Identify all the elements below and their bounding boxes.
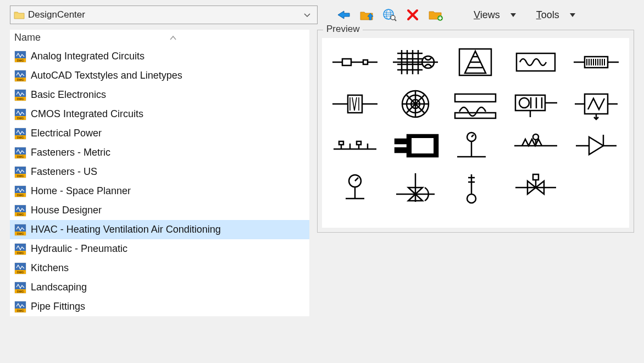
file-list-panel: Name Analog Integrated CircuitsAutoCAD T… — [10, 30, 309, 316]
preview-panel: Preview — [317, 30, 634, 233]
list-item[interactable]: House Designer — [10, 201, 309, 220]
views-menu-arrow[interactable] — [508, 7, 519, 23]
triangle-down-icon — [570, 13, 575, 17]
dwg-file-icon — [14, 205, 26, 217]
list-item[interactable]: Electrical Power — [10, 124, 309, 143]
list-item-label: Home - Space Planner — [31, 184, 131, 199]
list-item[interactable]: Fasteners - US — [10, 162, 309, 182]
list-item-label: CMOS Integrated Circuits — [31, 107, 143, 122]
svg-line-86 — [471, 135, 474, 137]
folder-icon — [14, 10, 25, 19]
hvac-cooling-tower-thumbnail[interactable] — [447, 42, 504, 82]
svg-line-51 — [354, 97, 357, 111]
dwg-file-icon — [14, 70, 26, 82]
svg-point-106 — [467, 194, 476, 203]
svg-rect-84 — [395, 148, 407, 152]
dwg-file-icon — [14, 108, 26, 120]
hvac-coupling-thumbnail[interactable] — [326, 42, 384, 82]
svg-rect-83 — [395, 139, 407, 144]
hvac-gauge-valve-thumbnail[interactable] — [447, 126, 504, 166]
list-item[interactable]: Pipe Fittings — [10, 297, 309, 316]
hvac-chiller-unit-thumbnail[interactable] — [507, 84, 564, 124]
list-item[interactable]: Landscaping — [10, 278, 309, 297]
list-item[interactable]: Hydraulic - Pneumatic — [10, 239, 309, 258]
globe-search-icon — [382, 8, 397, 21]
hvac-filter-section-thumbnail[interactable] — [326, 84, 384, 124]
toolbar: DesignCenter — [10, 6, 634, 24]
svg-rect-80 — [357, 141, 361, 145]
folder-up-button[interactable] — [357, 7, 376, 23]
svg-rect-79 — [339, 141, 343, 145]
svg-rect-82 — [412, 138, 434, 153]
list-item-label: Fasteners - Metric — [31, 145, 110, 160]
delete-button[interactable] — [403, 7, 422, 23]
svg-rect-15 — [342, 59, 351, 65]
svg-marker-94 — [589, 137, 603, 155]
svg-point-7 — [391, 15, 395, 20]
list-item[interactable]: HVAC - Heating Ventilation Air Condition… — [10, 220, 309, 239]
hvac-mixing-valve-thumbnail[interactable] — [387, 168, 444, 207]
list-item-label: Pipe Fittings — [31, 299, 85, 314]
globe-search-button[interactable] — [380, 7, 399, 23]
hvac-ahu-section-thumbnail[interactable] — [568, 84, 625, 124]
list-item-label: Analog Integrated Circuits — [31, 49, 145, 64]
list-item[interactable]: Home - Space Planner — [10, 182, 309, 201]
dwg-file-icon — [14, 51, 26, 63]
dwg-file-icon — [14, 185, 26, 197]
file-list: Analog Integrated CircuitsAutoCAD Textst… — [10, 47, 309, 316]
hvac-pressure-gauge-thumbnail[interactable] — [326, 168, 384, 207]
list-item[interactable]: Analog Integrated Circuits — [10, 47, 309, 66]
hvac-grid-fan-thumbnail[interactable] — [387, 42, 444, 82]
back-button[interactable] — [334, 7, 353, 23]
tools-menu-arrow[interactable] — [567, 7, 578, 23]
chevron-down-icon — [301, 10, 314, 19]
folder-up-icon — [359, 9, 374, 21]
hvac-sensor-probe-thumbnail[interactable] — [447, 168, 504, 207]
list-item-label: Basic Electronics — [31, 87, 106, 102]
hvac-butterfly-valve-thumbnail[interactable] — [507, 168, 564, 207]
hvac-compressor-box-thumbnail[interactable] — [387, 126, 444, 166]
svg-rect-17 — [363, 60, 368, 64]
list-item-label: Fasteners - US — [31, 164, 97, 179]
list-item[interactable]: Kitchens — [10, 258, 309, 278]
list-item[interactable]: Fasteners - Metric — [10, 143, 309, 162]
views-menu[interactable]: Views — [470, 9, 503, 21]
dwg-file-icon — [14, 262, 26, 274]
column-header-name[interactable]: Name — [10, 30, 309, 47]
dwg-file-icon — [14, 301, 26, 313]
tools-menu[interactable]: Tools — [533, 9, 563, 21]
column-header-label: Name — [14, 32, 41, 43]
dwg-file-icon — [14, 243, 26, 255]
folder-new-icon — [428, 9, 443, 21]
triangle-down-icon — [510, 13, 516, 17]
list-item-label: Electrical Power — [31, 126, 102, 141]
list-item-label: HVAC - Heating Ventilation Air Condition… — [31, 222, 221, 237]
dwg-file-icon — [14, 147, 26, 159]
hvac-expansion-device-thumbnail[interactable] — [568, 126, 625, 166]
dwg-file-icon — [14, 282, 26, 294]
list-item-label: Kitchens — [31, 261, 69, 276]
svg-line-98 — [355, 178, 358, 181]
hvac-heating-coil-thumbnail[interactable] — [507, 42, 564, 82]
preview-grid — [322, 38, 629, 228]
hvac-damper-actuator-thumbnail[interactable] — [507, 126, 564, 166]
folder-dropdown[interactable]: DesignCenter — [10, 6, 318, 24]
hvac-drain-trap-thumbnail[interactable] — [326, 126, 384, 166]
dwg-file-icon — [14, 128, 26, 140]
folder-dropdown-label: DesignCenter — [28, 9, 297, 20]
list-item[interactable]: CMOS Integrated Circuits — [10, 105, 309, 124]
svg-rect-112 — [533, 174, 538, 180]
hvac-rotary-wheel-thumbnail[interactable] — [387, 84, 444, 124]
list-item[interactable]: AutoCAD Textstyles and Linetypes — [10, 66, 309, 85]
svg-rect-61 — [455, 94, 496, 102]
views-menu-label: Views — [474, 9, 500, 21]
list-item[interactable]: Basic Electronics — [10, 85, 309, 105]
svg-rect-34 — [517, 53, 555, 71]
dwg-file-icon — [14, 89, 26, 101]
tools-menu-label: Tools — [536, 9, 559, 21]
svg-line-50 — [352, 97, 354, 111]
hvac-inline-heater-thumbnail[interactable] — [568, 42, 625, 82]
hvac-humidifier-steam-thumbnail[interactable] — [447, 84, 504, 124]
svg-line-8 — [395, 19, 396, 21]
new-folder-button[interactable] — [426, 7, 445, 23]
